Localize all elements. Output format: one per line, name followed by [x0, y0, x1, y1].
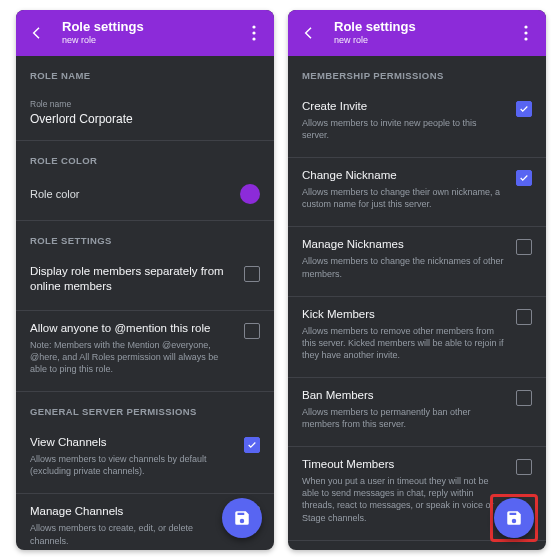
item-title: Allow anyone to @mention this role: [30, 321, 234, 336]
checkbox-icon[interactable]: [516, 101, 532, 117]
phone-left: Role settings new role ROLE NAME Role na…: [16, 10, 274, 550]
checkbox-icon[interactable]: [244, 437, 260, 453]
appbar-title: Role settings: [62, 20, 244, 34]
role-color-label: Role color: [30, 188, 80, 200]
item-title: Display role members separately from onl…: [30, 264, 234, 294]
save-fab[interactable]: [222, 498, 262, 538]
section-role-name: ROLE NAME: [30, 56, 260, 89]
toggle-view-channels[interactable]: View Channels Allows members to view cha…: [30, 425, 260, 489]
svg-point-5: [524, 37, 527, 40]
appbar-subtitle: new role: [334, 36, 516, 46]
back-icon[interactable]: [26, 22, 48, 44]
item-title: Ban Members: [302, 388, 506, 403]
back-icon[interactable]: [298, 22, 320, 44]
checkbox-icon[interactable]: [516, 239, 532, 255]
item-desc: Allows members to change their own nickn…: [302, 186, 506, 210]
item-title: Create Invite: [302, 99, 506, 114]
more-icon[interactable]: [516, 25, 536, 41]
item-title: Timeout Members: [302, 457, 506, 472]
item-title: Change Nickname: [302, 168, 506, 183]
role-name-field[interactable]: Role name Overlord Corporate: [30, 89, 260, 136]
item-desc: When you put a user in timeout they will…: [302, 475, 506, 524]
appbar-titles: Role settings new role: [334, 20, 516, 45]
more-icon[interactable]: [244, 25, 264, 41]
section-role-color: ROLE COLOR: [30, 141, 260, 174]
toggle-kick-members[interactable]: Kick Members Allows members to remove ot…: [302, 297, 532, 373]
checkbox-icon[interactable]: [516, 390, 532, 406]
item-desc: Allows members to view channels by defau…: [30, 453, 234, 477]
item-desc: Note: Members with the Mention @everyone…: [30, 339, 234, 375]
toggle-allow-mention[interactable]: Allow anyone to @mention this role Note:…: [30, 311, 260, 387]
appbar: Role settings new role: [288, 10, 546, 56]
section-text-perms: TEXT CHANNEL PERMISSIONS: [302, 541, 532, 550]
appbar-title: Role settings: [334, 20, 516, 34]
item-desc: Allows members to change the nicknames o…: [302, 255, 506, 279]
toggle-create-invite[interactable]: Create Invite Allows members to invite n…: [302, 89, 532, 153]
svg-point-2: [252, 37, 255, 40]
section-general-perms: GENERAL SERVER PERMISSIONS: [30, 392, 260, 425]
item-title: Manage Nicknames: [302, 237, 506, 252]
save-icon: [233, 509, 251, 527]
toggle-display-separately[interactable]: Display role members separately from onl…: [30, 254, 260, 306]
save-fab-highlight: [490, 494, 538, 542]
section-role-settings: ROLE SETTINGS: [30, 221, 260, 254]
save-fab[interactable]: [494, 498, 534, 538]
item-desc: Allows members to permanently ban other …: [302, 406, 506, 430]
checkbox-icon[interactable]: [516, 170, 532, 186]
role-color-row[interactable]: Role color: [30, 174, 260, 216]
appbar-titles: Role settings new role: [62, 20, 244, 45]
svg-point-1: [252, 31, 255, 34]
item-desc: Allows members to invite new people to t…: [302, 117, 506, 141]
svg-point-3: [524, 25, 527, 28]
item-title: View Channels: [30, 435, 234, 450]
phone-right: Role settings new role MEMBERSHIP PERMIS…: [288, 10, 546, 550]
save-icon: [505, 509, 523, 527]
toggle-change-nickname[interactable]: Change Nickname Allows members to change…: [302, 158, 532, 222]
item-title: Manage Channels: [30, 504, 234, 519]
checkbox-icon[interactable]: [244, 323, 260, 339]
item-desc: Allows members to remove other members f…: [302, 325, 506, 361]
item-desc: Allows members to create, edit, or delet…: [30, 522, 234, 546]
appbar-subtitle: new role: [62, 36, 244, 46]
toggle-manage-nicknames[interactable]: Manage Nicknames Allows members to chang…: [302, 227, 532, 291]
appbar: Role settings new role: [16, 10, 274, 56]
checkbox-icon[interactable]: [516, 309, 532, 325]
section-membership: MEMBERSHIP PERMISSIONS: [302, 56, 532, 89]
svg-point-4: [524, 31, 527, 34]
role-color-swatch: [240, 184, 260, 204]
role-name-label: Role name: [30, 99, 260, 109]
svg-point-0: [252, 25, 255, 28]
toggle-ban-members[interactable]: Ban Members Allows members to permanentl…: [302, 378, 532, 442]
item-title: Kick Members: [302, 307, 506, 322]
role-name-value: Overlord Corporate: [30, 112, 260, 126]
checkbox-icon[interactable]: [244, 266, 260, 282]
checkbox-icon[interactable]: [516, 459, 532, 475]
